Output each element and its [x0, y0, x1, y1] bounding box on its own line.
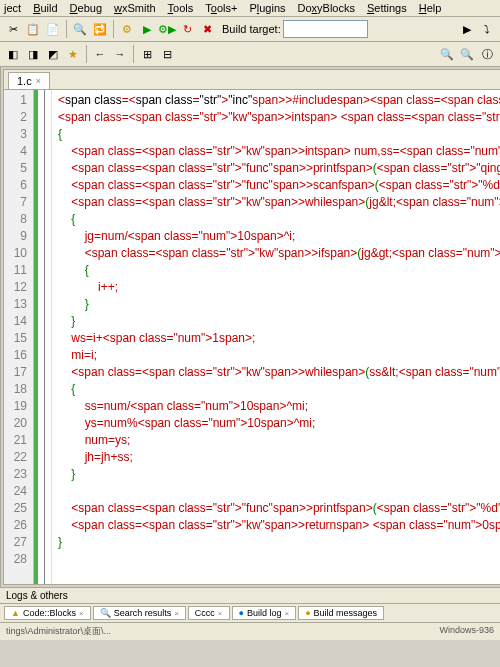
close-icon[interactable]: × [218, 609, 223, 618]
menu-wxsmith[interactable]: wxSmith [114, 2, 156, 14]
close-icon[interactable]: × [79, 609, 84, 618]
build-run-icon[interactable]: ⚙▶ [158, 20, 176, 38]
menu-help[interactable]: Help [419, 2, 442, 14]
copy-icon[interactable]: 📋 [24, 20, 42, 38]
tab-bar: 1.c × [4, 70, 500, 90]
log-tab-search[interactable]: 🔍Search results× [93, 606, 186, 620]
separator [86, 45, 87, 63]
rebuild-icon[interactable]: ↻ [178, 20, 196, 38]
close-icon[interactable]: × [174, 609, 179, 618]
cut-icon[interactable]: ✂ [4, 20, 22, 38]
build-icon[interactable]: ⚙ [118, 20, 136, 38]
replace-icon[interactable]: 🔁 [91, 20, 109, 38]
debug-step-icon[interactable]: ⤵ [478, 20, 496, 38]
fold-column [38, 90, 52, 584]
logs-tabs: ▲Code::Blocks× 🔍Search results× Cccc× ●B… [0, 604, 500, 622]
menu-project[interactable]: ject [4, 2, 21, 14]
status-path: tings\Administrator\桌面\... [6, 625, 111, 638]
editor-area: 1.c × 1234567891011121314151617181920212… [3, 69, 500, 585]
menu-toolsplus[interactable]: Tools+ [205, 2, 237, 14]
menu-doxyblocks[interactable]: DoxyBlocks [298, 2, 355, 14]
logs-header: Logs & others [0, 588, 500, 604]
separator [113, 20, 114, 38]
close-icon[interactable]: × [284, 609, 289, 618]
tool-icon[interactable]: ◨ [24, 45, 42, 63]
separator [66, 20, 67, 38]
tool-icon[interactable]: ◩ [44, 45, 62, 63]
workspace: 1.c × 1234567891011121314151617181920212… [0, 67, 500, 587]
back-icon[interactable]: ← [91, 45, 109, 63]
debug-continue-icon[interactable]: ▶ [458, 20, 476, 38]
menu-debug[interactable]: Debug [70, 2, 102, 14]
abort-icon[interactable]: ✖ [198, 20, 216, 38]
tool-icon[interactable]: ⊟ [158, 45, 176, 63]
line-gutter: 1234567891011121314151617181920212223242… [4, 90, 34, 584]
tab-close-icon[interactable]: × [36, 76, 41, 86]
code-editor[interactable]: 1234567891011121314151617181920212223242… [4, 90, 500, 584]
info-icon[interactable]: ⓘ [478, 45, 496, 63]
search-icon: 🔍 [100, 608, 111, 618]
separator [133, 45, 134, 63]
sidebar [0, 67, 1, 587]
menu-build[interactable]: Build [33, 2, 57, 14]
bottom-panel: Logs & others ▲Code::Blocks× 🔍Search res… [0, 587, 500, 622]
paste-icon[interactable]: 📄 [44, 20, 62, 38]
tab-file[interactable]: 1.c × [8, 72, 50, 89]
tool-icon[interactable]: ⊞ [138, 45, 156, 63]
menu-settings[interactable]: Settings [367, 2, 407, 14]
build-target-select[interactable] [283, 20, 368, 38]
warn-icon: ▲ [11, 608, 20, 618]
log-tab-buildmsg[interactable]: ●Build messages [298, 606, 384, 620]
menu-bar: ject Build Debug wxSmith Tools Tools+ Pl… [0, 0, 500, 17]
toolbar-main: ✂ 📋 📄 🔍 🔁 ⚙ ▶ ⚙▶ ↻ ✖ Build target: ▶ ⤵ [0, 17, 500, 42]
tool-icon[interactable]: ★ [64, 45, 82, 63]
tab-label: 1.c [17, 75, 32, 87]
forward-icon[interactable]: → [111, 45, 129, 63]
log-icon: ● [239, 608, 244, 618]
log-tab-codeblocks[interactable]: ▲Code::Blocks× [4, 606, 91, 620]
log-tab-cccc[interactable]: Cccc× [188, 606, 230, 620]
zoom-icon[interactable]: 🔍 [458, 45, 476, 63]
toolbar-secondary: ◧ ◨ ◩ ★ ← → ⊞ ⊟ 🔍 🔍 ⓘ [0, 42, 500, 67]
build-target-label: Build target: [222, 23, 281, 35]
status-encoding: Windows-936 [439, 625, 494, 638]
zoom-icon[interactable]: 🔍 [438, 45, 456, 63]
status-bar: tings\Administrator\桌面\... Windows-936 [0, 622, 500, 640]
run-icon[interactable]: ▶ [138, 20, 156, 38]
menu-tools[interactable]: Tools [168, 2, 194, 14]
find-icon[interactable]: 🔍 [71, 20, 89, 38]
menu-plugins[interactable]: Plugins [249, 2, 285, 14]
log-tab-buildlog[interactable]: ●Build log× [232, 606, 297, 620]
tool-icon[interactable]: ◧ [4, 45, 22, 63]
msg-icon: ● [305, 608, 310, 618]
code-lines[interactable]: <span class=<span class="str">"inc"span>… [52, 90, 500, 584]
